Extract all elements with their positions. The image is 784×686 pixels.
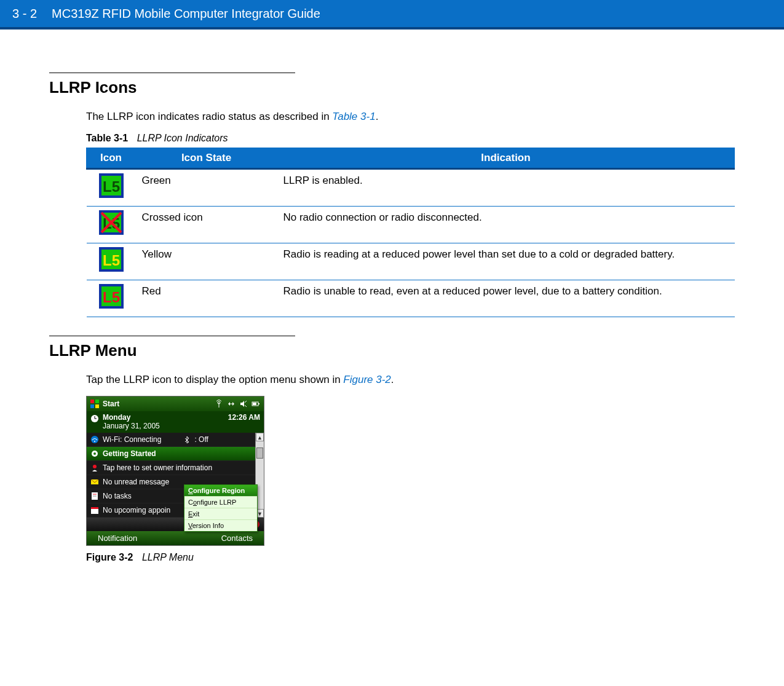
battery-icon[interactable] xyxy=(251,400,260,408)
ss-soft-key-bar: Notification Contacts xyxy=(87,531,264,545)
intro-post: . xyxy=(376,111,379,122)
ss-row-wifi[interactable]: Wi-Fi: Connecting : Off xyxy=(87,433,255,447)
windows-start-icon[interactable] xyxy=(90,400,99,408)
svg-line-21 xyxy=(245,401,247,403)
icon-indication: LLRP is enabled. xyxy=(277,169,735,207)
scroll-up-arrow[interactable]: ▲ xyxy=(256,433,264,441)
svg-point-32 xyxy=(93,452,96,455)
icon-state: Crossed icon xyxy=(136,207,277,243)
icon-indication: Radio is reading at a reduced power leve… xyxy=(277,243,735,280)
page-header: 3 - 2 MC319Z RFID Mobile Computer Integr… xyxy=(0,0,784,30)
ss-getting-started-label: Getting Started xyxy=(103,449,156,458)
col-icon-state: Icon State xyxy=(136,148,277,169)
ss-titlebar: Start xyxy=(87,396,264,411)
llrp-popup-menu: Configure Region Configure LLRP Exit Ver… xyxy=(184,484,258,532)
table-caption-label: Table 3-1 xyxy=(86,133,128,143)
ss-dateline[interactable]: Monday January 31, 2005 12:26 AM xyxy=(87,411,264,433)
clock-icon xyxy=(90,414,99,423)
bluetooth-icon xyxy=(183,436,191,443)
svg-rect-39 xyxy=(91,507,98,509)
svg-text:L5: L5 xyxy=(102,289,119,306)
svg-text:L5: L5 xyxy=(102,252,119,269)
connection-icon[interactable] xyxy=(227,400,236,408)
svg-rect-25 xyxy=(253,403,256,405)
llrp-red-icon: L5 xyxy=(99,284,124,309)
llrp-yellow-icon: L5 xyxy=(99,247,124,272)
svg-rect-24 xyxy=(258,403,259,404)
figure-3-2-screenshot: Start Monday January 31, 2005 12:26 AM W… xyxy=(86,396,264,546)
menu-item-version-info[interactable]: Version Info xyxy=(184,520,257,531)
icon-state: Green xyxy=(136,169,277,207)
col-indication: Indication xyxy=(277,148,735,169)
figure-3-2-link[interactable]: Figure 3-2 xyxy=(343,374,390,385)
table-3-1-link[interactable]: Table 3-1 xyxy=(332,111,375,122)
svg-point-29 xyxy=(91,436,98,443)
svg-rect-14 xyxy=(90,400,94,403)
section1-intro: The LLRP icon indicates radio status as … xyxy=(86,111,735,123)
intro-text: The LLRP icon indicates radio status as … xyxy=(86,111,332,122)
ss-bt-label: : Off xyxy=(194,435,208,444)
ss-owner-label: Tap here to set owner information xyxy=(103,463,212,472)
table-caption-title: LLRP Icon Indicators xyxy=(137,133,228,143)
intro-text: Tap the LLRP icon to display the option … xyxy=(86,374,343,385)
tasks-icon xyxy=(90,492,99,500)
ss-row-getting-started[interactable]: Getting Started xyxy=(87,447,255,461)
section-rule xyxy=(49,336,295,336)
ss-time: 12:26 AM xyxy=(228,413,260,422)
table-3-1-caption: Table 3-1 LLRP Icon Indicators xyxy=(86,133,735,144)
softkey-notification[interactable]: Notification xyxy=(98,534,137,543)
icon-indication: No radio connection or radio disconnecte… xyxy=(277,207,735,243)
figure-caption-title: LLRP Menu xyxy=(142,552,194,562)
gear-icon xyxy=(90,449,99,458)
ss-row-owner[interactable]: Tap here to set owner information xyxy=(87,461,255,475)
figure-3-2-caption: Figure 3-2 LLRP Menu xyxy=(86,552,735,563)
section-heading-llrp-menu: LLRP Menu xyxy=(49,341,735,360)
svg-rect-17 xyxy=(95,404,99,408)
figure-caption-label: Figure 3-2 xyxy=(86,552,133,562)
wifi-icon xyxy=(90,435,99,444)
svg-rect-15 xyxy=(95,400,99,403)
icon-state: Red xyxy=(136,280,277,317)
llrp-crossed-icon: L5 xyxy=(99,210,124,235)
svg-point-30 xyxy=(94,441,95,442)
antenna-icon[interactable] xyxy=(215,400,223,408)
table-row: L5 Crossed icon No radio connection or r… xyxy=(87,207,735,243)
owner-icon xyxy=(90,463,99,472)
table-row: L5 Yellow Radio is reading at a reduced … xyxy=(87,243,735,280)
table-row: L5 Green LLRP is enabled. xyxy=(87,169,735,207)
page-number: 3 - 2 xyxy=(12,7,37,21)
llrp-green-icon: L5 xyxy=(99,173,124,198)
ss-start-label[interactable]: Start xyxy=(103,400,119,408)
svg-line-22 xyxy=(245,405,247,407)
mail-icon xyxy=(90,478,99,486)
speaker-icon[interactable] xyxy=(239,400,248,408)
icon-indication: Radio is unable to read, even at a reduc… xyxy=(277,280,735,317)
section2-intro: Tap the LLRP icon to display the option … xyxy=(86,374,735,386)
svg-rect-16 xyxy=(90,404,94,408)
menu-item-configure-region[interactable]: Configure Region xyxy=(184,485,257,497)
calendar-icon xyxy=(90,506,99,514)
ss-appointments-label: No upcoming appoin xyxy=(103,506,170,514)
icon-state: Yellow xyxy=(136,243,277,280)
scroll-thumb[interactable] xyxy=(256,447,263,459)
ss-wifi-label: Wi-Fi: Connecting xyxy=(103,435,161,444)
softkey-contacts[interactable]: Contacts xyxy=(221,534,253,543)
section-heading-llrp-icons: LLRP Icons xyxy=(49,78,735,97)
menu-item-exit[interactable]: Exit xyxy=(184,508,257,520)
section-rule xyxy=(49,73,295,73)
llrp-icon-table: Icon Icon State Indication L5 Green LLRP… xyxy=(86,148,735,317)
ss-messages-label: No unread message xyxy=(103,478,169,486)
svg-text:L5: L5 xyxy=(102,178,119,195)
ss-date: January 31, 2005 xyxy=(103,422,160,430)
col-icon: Icon xyxy=(87,148,136,169)
table-row: L5 Red Radio is unable to read, even at … xyxy=(87,280,735,317)
ss-day: Monday xyxy=(103,413,160,422)
svg-point-33 xyxy=(93,465,97,468)
page-content: LLRP Icons The LLRP icon indicates radio… xyxy=(0,30,784,588)
intro-post: . xyxy=(391,374,394,385)
document-title: MC319Z RFID Mobile Computer Integrator G… xyxy=(52,7,320,21)
ss-tasks-label: No tasks xyxy=(103,492,132,500)
menu-item-configure-llrp[interactable]: Configure LLRP xyxy=(184,497,257,508)
